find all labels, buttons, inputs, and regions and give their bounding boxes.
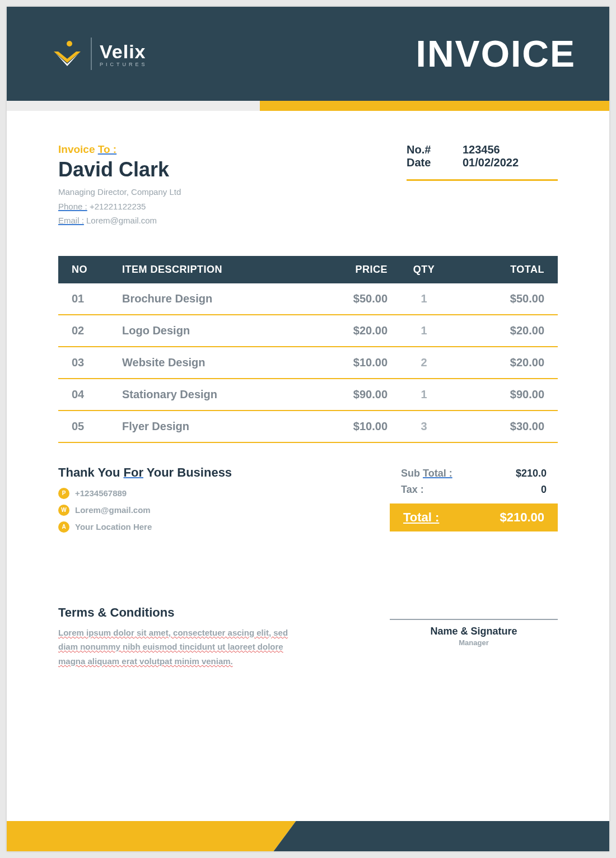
- subtotal-label-b: Total :: [423, 468, 452, 479]
- col-qty: QTY: [388, 264, 460, 276]
- subtotal-line: Sub Total : $210.0: [390, 465, 558, 482]
- invoice-meta-block: No.# 123456 Date 01/02/2022: [407, 143, 558, 228]
- cell-qty: 1: [388, 324, 460, 337]
- tax-label: Tax :: [401, 484, 424, 496]
- table-row: 02Logo Design$20.001$20.00: [58, 315, 558, 347]
- thank-you-heading: Thank You For Your Business: [58, 465, 232, 480]
- document-title: INVOICE: [416, 32, 576, 75]
- client-email: Email : Lorem@gmail.com: [58, 213, 181, 228]
- signature-role: Manager: [390, 638, 558, 647]
- thank-you-mid: For: [124, 465, 143, 479]
- signature-block: Name & Signature Manager: [390, 619, 558, 669]
- terms-heading: Terms & Conditions: [58, 605, 293, 620]
- invoice-to-label-b: To :: [98, 143, 116, 155]
- cell-no: 02: [72, 324, 122, 337]
- thank-you-post: Your Business: [143, 465, 232, 479]
- table-body: 01Brochure Design$50.001$50.0002Logo Des…: [58, 283, 558, 443]
- invoice-date-line: Date 01/02/2022: [407, 156, 558, 169]
- invoice-page: Velix PICTURES INVOICE Invoice To : Davi…: [7, 7, 609, 851]
- thank-you-block: Thank You For Your Business P+1234567889…: [58, 465, 232, 538]
- signature-name: Name & Signature: [390, 626, 558, 637]
- info-row: Invoice To : David Clark Managing Direct…: [7, 111, 609, 228]
- client-meta: Managing Director, Company Ltd Phone : +…: [58, 185, 181, 228]
- cell-no: 05: [72, 420, 122, 433]
- cell-price: $50.00: [304, 292, 388, 305]
- table-row: 04Stationary Design$90.001$90.00: [58, 379, 558, 411]
- tax-line: Tax : 0: [390, 482, 558, 498]
- contact-icon: P: [58, 488, 69, 499]
- grand-total-line: Total : $210.00: [390, 503, 558, 531]
- contact-icon: A: [58, 521, 69, 533]
- terms-body: Lorem ipsum dolor sit amet, consectetuer…: [58, 626, 293, 669]
- cell-no: 04: [72, 388, 122, 401]
- invoice-number-value: 123456: [463, 143, 500, 156]
- header: Velix PICTURES INVOICE: [7, 7, 609, 101]
- client-name: David Clark: [58, 158, 181, 181]
- contact-list: P+1234567889WLorem@gmail.comAYour Locati…: [58, 488, 232, 533]
- contact-text: Lorem@gmail.com: [75, 505, 151, 515]
- cell-desc: Brochure Design: [122, 292, 304, 305]
- col-total: TOTAL: [460, 264, 544, 276]
- brand-sub: PICTURES: [100, 62, 148, 67]
- cell-price: $10.00: [304, 420, 388, 433]
- cell-total: $50.00: [460, 292, 544, 305]
- subtotal-label-a: Sub: [401, 468, 423, 479]
- accent-bar: [7, 101, 609, 111]
- table-header: NO ITEM DESCRIPTION PRICE QTY TOTAL: [58, 256, 558, 283]
- contact-line: P+1234567889: [58, 488, 232, 499]
- terms-block: Terms & Conditions Lorem ipsum dolor sit…: [58, 605, 293, 669]
- cell-desc: Website Design: [122, 356, 304, 369]
- table-row: 05Flyer Design$10.003$30.00: [58, 411, 558, 443]
- contact-line: WLorem@gmail.com: [58, 505, 232, 516]
- client-role: Managing Director, Company Ltd: [58, 185, 181, 199]
- phone-value: +21221122235: [87, 202, 146, 211]
- cell-desc: Flyer Design: [122, 420, 304, 433]
- cell-no: 03: [72, 356, 122, 369]
- cell-total: $90.00: [460, 388, 544, 401]
- footer-bar: [7, 821, 609, 851]
- invoice-date-value: 01/02/2022: [463, 156, 519, 169]
- col-no: NO: [72, 264, 122, 276]
- email-label: Email :: [58, 216, 84, 225]
- logo-divider: [91, 38, 92, 70]
- brand-logo-icon: [52, 40, 83, 67]
- subtotal-label: Sub Total :: [401, 468, 452, 479]
- col-price: PRICE: [304, 264, 388, 276]
- email-value: Lorem@gmail.com: [84, 216, 157, 225]
- cell-qty: 3: [388, 420, 460, 433]
- grand-total-label: Total :: [403, 510, 439, 525]
- totals-block: Sub Total : $210.0 Tax : 0 Total : $210.…: [390, 465, 558, 538]
- cell-qty: 1: [388, 292, 460, 305]
- invoice-to-label: Invoice To :: [58, 143, 181, 156]
- signature-rule: [390, 619, 558, 620]
- cell-total: $20.00: [460, 324, 544, 337]
- bill-to-block: Invoice To : David Clark Managing Direct…: [58, 143, 181, 228]
- items-table: NO ITEM DESCRIPTION PRICE QTY TOTAL 01Br…: [58, 256, 558, 443]
- footer-accent-dark: [273, 821, 609, 851]
- contact-text: Your Location Here: [75, 522, 152, 531]
- invoice-number-line: No.# 123456: [407, 143, 558, 156]
- cell-no: 01: [72, 292, 122, 305]
- thank-you-pre: Thank You: [58, 465, 124, 479]
- meta-underline: [407, 179, 558, 181]
- cell-total: $30.00: [460, 420, 544, 433]
- cell-desc: Logo Design: [122, 324, 304, 337]
- svg-point-0: [67, 41, 72, 46]
- contact-text: +1234567889: [75, 488, 127, 498]
- tax-value: 0: [541, 484, 547, 496]
- invoice-date-label: Date: [407, 156, 440, 169]
- invoice-to-label-a: Invoice: [58, 143, 98, 155]
- brand-block: Velix PICTURES: [52, 38, 148, 70]
- cell-price: $20.00: [304, 324, 388, 337]
- cell-qty: 1: [388, 388, 460, 401]
- cell-price: $90.00: [304, 388, 388, 401]
- footer-accent-yellow: [7, 821, 296, 851]
- terms-signature-row: Terms & Conditions Lorem ipsum dolor sit…: [7, 538, 609, 669]
- table-row: 01Brochure Design$50.001$50.00: [58, 283, 558, 315]
- client-phone: Phone : +21221122235: [58, 199, 181, 214]
- cell-total: $20.00: [460, 356, 544, 369]
- invoice-number-label: No.#: [407, 143, 440, 156]
- table-row: 03Website Design$10.002$20.00: [58, 347, 558, 379]
- summary-wrap: Thank You For Your Business P+1234567889…: [7, 443, 609, 538]
- cell-desc: Stationary Design: [122, 388, 304, 401]
